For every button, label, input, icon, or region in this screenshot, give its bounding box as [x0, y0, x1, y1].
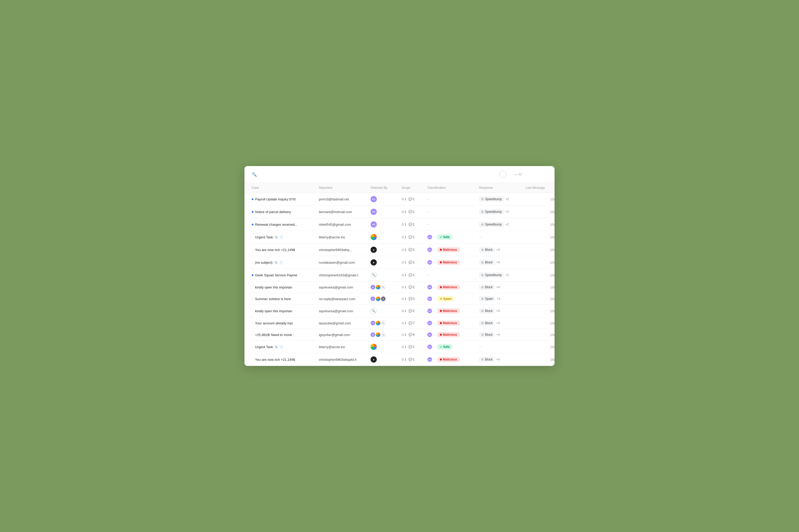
avatar: AA [371, 209, 377, 215]
reporter-cell: lazazube@gmail.com [319, 321, 371, 325]
response-badge: ⊘ Speedbump [479, 196, 504, 202]
scope-cell: ⊙ 1 💬 1 [402, 248, 427, 251]
col-lastmsg[interactable]: Last Message [526, 185, 555, 191]
scope-cell: ⊙ 1 💬 2 [402, 309, 427, 313]
scope-cell: ⊙ 1 💬 2 [402, 285, 427, 289]
malicious-dot [440, 334, 442, 336]
scope-chat-count: 1 [413, 273, 415, 277]
classification-cell: AA → Malicious [427, 321, 479, 326]
table-row[interactable]: Payroll Update Inquiry 07/0 pmrn3@fastma… [244, 193, 555, 206]
table-row[interactable]: kindly open this importan squrkuesa@gmai… [244, 305, 555, 317]
detected-cell: ● [371, 356, 402, 363]
table-row[interactable]: You are now rich +21,149$ christopher896… [244, 244, 555, 256]
spam-icon: ✕ [440, 297, 442, 301]
malicious-dot [440, 286, 442, 288]
col-detected[interactable]: Detected By [371, 185, 402, 191]
case-name: Geek Squad Service Payme [255, 273, 297, 277]
more-button[interactable] [544, 173, 547, 175]
detected-cell: 🔍 [371, 272, 402, 278]
next-page-button[interactable] [523, 174, 526, 175]
col-classification[interactable]: Classification [427, 185, 479, 191]
detected-cell: AA [371, 209, 402, 215]
scope-cell: ⊙ 1 💬 1 [402, 210, 427, 213]
unread-dot [252, 198, 254, 200]
detected-cell: AA [371, 221, 402, 228]
avatar [371, 234, 377, 240]
case-cell: Geek Squad Service Payme [252, 273, 319, 277]
prev-page-button[interactable] [510, 174, 513, 175]
last-message-cell: 15m [526, 285, 555, 289]
response-badge: ⊘ Speedbump [479, 222, 504, 227]
avatar [371, 344, 377, 350]
email-icon: ⊙ [402, 248, 404, 251]
case-cell: Urgent Task 📎📄 [252, 235, 319, 239]
table-row[interactable]: (no subject) 📎📄 ruvdakasen@gmail.com ● ⊙… [244, 256, 555, 269]
scope-email-item: ⊙ 1 [402, 273, 407, 277]
col-reporters[interactable]: Reporters [319, 185, 371, 191]
response-label: Speedbump [485, 210, 502, 213]
scope-chat-count: 2 [413, 309, 415, 313]
response-label: Block [485, 261, 493, 264]
chat-icon: 💬 [409, 297, 412, 301]
response-plus: +4 [496, 261, 500, 264]
search-icon: 🔍 [252, 172, 257, 177]
detected-cell: A 3 [371, 297, 402, 301]
detected-cell [371, 344, 402, 350]
table-row[interactable]: Your account already has lazazube@gmail.… [244, 317, 555, 329]
response-plus: +4 [496, 321, 500, 325]
arrow-icon: → [433, 236, 436, 239]
avatar: ● [371, 247, 377, 253]
email-icon: ⊙ [402, 358, 404, 361]
table-row[interactable]: Urgent Task 📎📄 bberry@acme.inc ⊙ 1 💬 1 A… [244, 231, 555, 244]
table-row[interactable]: Renewal charges received... rtrte4545@gm… [244, 218, 555, 231]
add-button[interactable] [499, 171, 506, 178]
attachment-icon: 📄 [279, 261, 283, 264]
classification-cell: AA → Malicious [427, 332, 479, 337]
col-scope[interactable]: Scope [402, 185, 427, 191]
reporter-cell: christopher8963wbqafd.h [319, 358, 371, 362]
table-row[interactable]: Summer solstice is here no-reply@wearpac… [244, 293, 555, 305]
classification-badge: Malicious [437, 285, 460, 290]
case-name: Summer solstice is here [255, 297, 291, 301]
reporter-cell: bberry@acme.inc [319, 235, 371, 239]
chat-icon: 💬 [409, 210, 412, 213]
page-slash: / [519, 172, 520, 176]
table-row[interactable]: kindly open this importan squrkuesa@gmai… [244, 282, 555, 293]
col-response[interactable]: Response [479, 185, 526, 191]
scope-email-item: ⊙ 1 [402, 309, 407, 313]
response-icon: ⊘ [481, 261, 484, 264]
classification-dash: – [427, 222, 430, 227]
reporter-cell: squrkuesa@gmail.com [319, 285, 371, 289]
response-label: Block [485, 309, 493, 313]
filter-button[interactable] [530, 173, 533, 175]
response-plus: +4 [496, 333, 500, 337]
scope-email-item: ⊙ 1 [402, 285, 407, 289]
last-message-cell: 15m [526, 248, 555, 252]
scope-cell: ⊙ 1 💬 1 [402, 235, 427, 239]
sort-button[interactable] [537, 173, 540, 175]
response-plus: +2 [505, 210, 509, 213]
chat-icon: 💬 [409, 273, 412, 277]
detected-cell: A 🔍 [371, 321, 402, 325]
last-message-cell: 15m [526, 297, 555, 301]
classification-prefix: AA → [427, 235, 436, 240]
classification-cell: AA → Malicious [427, 247, 479, 252]
table-row[interactable]: Notice of parcel delivery bernard@hotmai… [244, 206, 555, 218]
response-badge: ⊘ Spam [479, 296, 495, 301]
chat-icon: 💬 [409, 285, 412, 289]
col-case[interactable]: Case [252, 185, 319, 191]
reporter-cell: no-reply@wearpact.com [319, 297, 371, 301]
scope-chat-item: 💬 1 [409, 223, 415, 226]
classification-prefix: AA → [427, 260, 436, 265]
response-icon: ⊘ [481, 273, 484, 277]
table-row[interactable]: +25,981$! Need to move : igoyufac@gmail.… [244, 329, 555, 341]
classification-prefix: AA → [427, 247, 436, 252]
table-row[interactable]: Urgent Task 📎📄 bberry@acme.inc ⊙ 1 💬 1 A… [244, 341, 555, 353]
case-cell: +25,981$! Need to move : [252, 333, 319, 337]
scope-email-count: 1 [405, 235, 407, 239]
attachment-icon: 📄 [280, 235, 283, 239]
email-icon: ⊙ [402, 285, 404, 289]
response-label: Block [485, 358, 493, 361]
table-row[interactable]: You are now rich +21,149$ christopher896… [244, 353, 555, 366]
table-row[interactable]: Geek Squad Service Payme chrismjoinerb16… [244, 269, 555, 282]
